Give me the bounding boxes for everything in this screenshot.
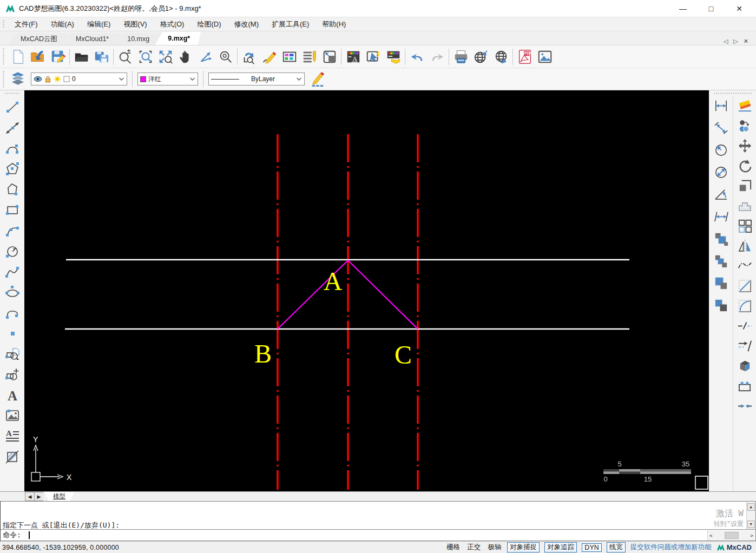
scroll-right-arrow[interactable]: > — [751, 533, 753, 538]
single-text-button[interactable]: A — [2, 385, 23, 405]
copy-clip-button[interactable] — [711, 230, 731, 247]
trim-button[interactable] — [734, 317, 755, 334]
edit-curve-button[interactable] — [734, 257, 755, 274]
maximize-button[interactable]: □ — [706, 4, 716, 13]
linetype-manager-button[interactable] — [299, 47, 319, 67]
point-button[interactable] — [2, 323, 23, 344]
hatch-button[interactable] — [2, 446, 23, 467]
ucs-axis-button[interactable] — [195, 47, 215, 67]
undo-button[interactable] — [407, 47, 427, 67]
rotate-button[interactable] — [734, 157, 755, 174]
stretch-button[interactable] — [734, 377, 755, 394]
menu-view[interactable]: 视图(V) — [117, 18, 153, 31]
offset-button[interactable] — [734, 197, 755, 214]
copy-with-base-button[interactable] — [711, 252, 731, 269]
explode-button[interactable] — [734, 357, 755, 374]
layers-button[interactable] — [8, 69, 28, 89]
spline-button[interactable] — [2, 261, 23, 282]
lineweight-pencil-button[interactable] — [308, 69, 328, 89]
fillet-button[interactable] — [734, 297, 755, 314]
zoom-window-button[interactable] — [135, 47, 155, 67]
tab-mxcad-cloud[interactable]: MxCAD云图 — [8, 33, 68, 45]
open-folder-button[interactable] — [71, 47, 91, 67]
menu-file[interactable]: 文件(F) — [9, 18, 44, 31]
raster-image-button[interactable] — [2, 405, 23, 426]
toggle-lineweight[interactable]: 线宽 — [607, 542, 626, 552]
export-pdf-button[interactable]: PDF — [515, 47, 535, 67]
command-hscrollbar[interactable]: < > — [707, 530, 755, 541]
menu-help[interactable]: 帮助(H) — [316, 18, 352, 31]
move-button[interactable] — [734, 137, 755, 154]
match-properties-button[interactable] — [383, 47, 403, 67]
command-vscrollbar[interactable]: ▲ ▼ — [746, 502, 755, 529]
open-web-button[interactable] — [491, 47, 511, 67]
layout-next-button[interactable]: ▶ — [34, 492, 43, 501]
menu-format[interactable]: 格式(O) — [154, 18, 190, 31]
linetype-select[interactable]: ByLayer — [208, 73, 305, 85]
close-button[interactable]: ✕ — [734, 4, 744, 13]
scroll-up-arrow[interactable]: ▲ — [747, 503, 755, 511]
command-input-row[interactable]: 命令: < > — [1, 529, 755, 541]
array-button[interactable] — [734, 217, 755, 234]
dim-angular-button[interactable] — [711, 186, 731, 203]
paste-clip-button[interactable] — [711, 274, 731, 292]
create-block-button[interactable] — [2, 364, 23, 385]
zoom-center-button[interactable] — [215, 47, 235, 67]
quick-select-button[interactable] — [363, 47, 383, 67]
toggle-grid[interactable]: 栅格 — [445, 542, 461, 552]
menu-draw[interactable]: 绘图(D) — [191, 18, 227, 31]
color-palette-button[interactable] — [279, 47, 299, 67]
toggle-osnap[interactable]: 对象捕捉 — [507, 542, 540, 552]
toggle-otrack[interactable]: 对象追踪 — [544, 542, 577, 552]
zoom-previous-button[interactable] — [239, 47, 259, 67]
scale-button[interactable] — [734, 177, 755, 194]
construction-line-button[interactable] — [2, 117, 23, 138]
revision-arc-button[interactable] — [2, 302, 23, 323]
tab-9mxg[interactable]: 9.mxg* — [155, 32, 201, 45]
arc-button[interactable] — [2, 220, 23, 241]
scroll-thumb[interactable] — [725, 532, 739, 539]
feedback-link[interactable]: 提交软件问题或增加新功能 — [630, 543, 712, 552]
toggle-dyn[interactable]: DYN — [582, 543, 601, 552]
minimize-button[interactable]: — — [678, 4, 688, 13]
paste-block-button[interactable] — [711, 297, 731, 314]
color-select[interactable]: 洋红 — [137, 73, 198, 85]
tab-close-button[interactable]: ✕ — [744, 38, 748, 45]
copy-button[interactable] — [734, 117, 755, 134]
tab-10mxg[interactable]: 10.mxg — [114, 33, 160, 45]
layer-select[interactable]: 0 — [31, 73, 127, 85]
polygon-edge-button[interactable] — [2, 179, 23, 200]
menu-function[interactable]: 功能(A) — [45, 18, 80, 31]
scroll-left-arrow[interactable]: < — [709, 533, 712, 538]
open-import-button[interactable] — [28, 47, 48, 67]
line-button[interactable] — [2, 97, 23, 117]
menu-edit[interactable]: 编辑(E) — [81, 18, 116, 31]
erase-button[interactable] — [734, 97, 755, 114]
dim-linear-button[interactable] — [711, 97, 731, 114]
menu-extensions[interactable]: 扩展工具(E) — [266, 18, 315, 31]
extend-button[interactable] — [734, 337, 755, 354]
polyline-button[interactable] — [2, 138, 23, 159]
tab-scroll-right-button[interactable]: ▷ — [733, 38, 738, 45]
polygon-button[interactable] — [2, 159, 23, 179]
menu-modify[interactable]: 修改(M) — [228, 18, 265, 31]
text-style-button[interactable]: A — [343, 47, 363, 67]
scroll-down-arrow[interactable]: ▼ — [747, 521, 755, 528]
save-as-button[interactable] — [91, 47, 111, 67]
dim-radius-button[interactable] — [711, 141, 731, 159]
drawing-canvas[interactable]: ABCYX535015 — [24, 90, 709, 491]
sketch-pencil-button[interactable] — [259, 47, 279, 67]
tab-mxcloud1[interactable]: MxCloud1* — [63, 33, 120, 45]
pan-button[interactable] — [175, 47, 195, 67]
model-tab[interactable]: 模型 — [44, 492, 74, 501]
dim-aligned-button[interactable] — [711, 119, 731, 136]
publish-web-button[interactable] — [471, 47, 491, 67]
redo-button[interactable] — [427, 47, 447, 67]
join-button[interactable] — [734, 397, 755, 414]
multiline-text-button[interactable]: A — [2, 426, 23, 446]
tab-scroll-left-button[interactable]: ◁ — [724, 38, 728, 45]
insert-block-button[interactable] — [2, 344, 23, 364]
toggle-ortho[interactable]: 正交 — [466, 542, 482, 552]
new-file-button[interactable] — [8, 47, 28, 67]
circle-button[interactable] — [2, 241, 23, 261]
